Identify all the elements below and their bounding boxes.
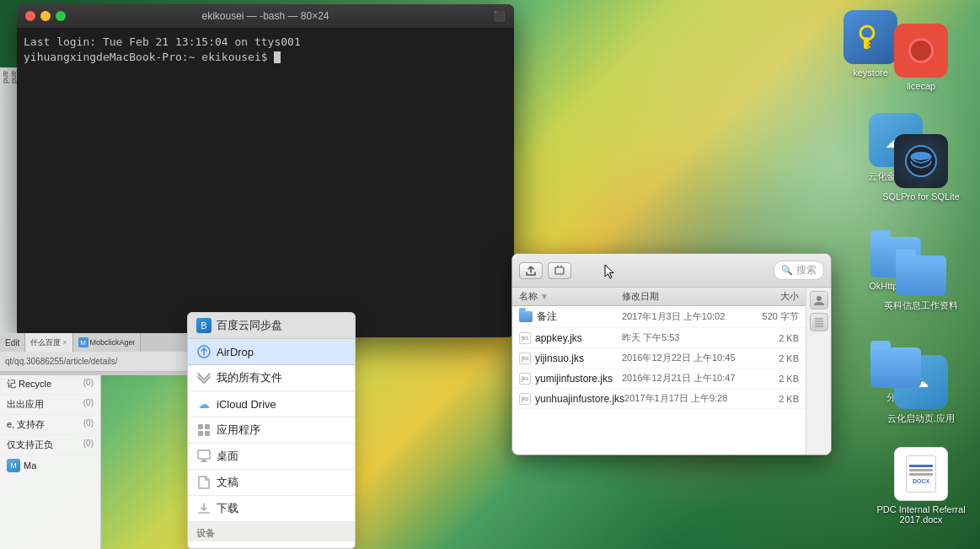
downloads-label: 下载	[217, 501, 238, 516]
file-size-0: 520 字节	[752, 310, 799, 323]
search-placeholder: 搜索	[796, 263, 817, 277]
svg-rect-7	[198, 424, 203, 429]
sidebar-downloads-item[interactable]: 下载	[188, 496, 355, 522]
licecap-label: licecap	[907, 81, 935, 91]
sidebar-desktop-item[interactable]: 桌面	[188, 444, 355, 470]
file-date-1: 昨天 下午5:53	[622, 331, 752, 344]
svg-point-5	[911, 152, 931, 160]
icloud-icon: ☁	[196, 396, 212, 412]
sqlpro-label: SQLPro for SQLite	[882, 191, 960, 202]
svg-rect-10	[205, 431, 210, 436]
finder-file-list[interactable]: 名称 ▼ 修改日期 大小 备注 2017年1月3日 上午10:02 520 字节	[512, 288, 806, 455]
svg-point-15	[817, 296, 822, 301]
terminal-title: ekikousei — -bash — 80×24	[201, 10, 329, 22]
col-header-name[interactable]: 名称 ▼	[519, 290, 622, 303]
file-size-1: 2 KB	[752, 333, 799, 343]
file-row-0[interactable]: 备注 2017年1月3日 上午10:02 520 字节	[512, 306, 806, 328]
list-item-support[interactable]: e, 支持存 (0)	[0, 415, 100, 435]
list-item-export-app[interactable]: 出出应用 (0)	[0, 395, 100, 415]
search-icon: 🔍	[781, 265, 793, 276]
svg-rect-9	[198, 431, 203, 436]
licecap-icon	[894, 24, 948, 78]
file-row-2[interactable]: jks yijinsuo.jks 2016年12月22日 上午10:45 2 K…	[512, 348, 806, 369]
folder-icon-0	[519, 311, 533, 322]
yunhua-app-label: 云化启动页.应用	[887, 412, 955, 425]
file-name-3: jks yumijinfustore.jks	[519, 373, 622, 385]
icloud-label: iCloud Drive	[217, 398, 276, 411]
sidebar-optical-item[interactable]: 💿 远程光盘	[188, 541, 355, 549]
file-size-4: 2 KB	[753, 394, 799, 404]
devices-section-header: 设备	[188, 522, 355, 541]
desktop-label: 桌面	[217, 449, 238, 464]
contact-button[interactable]	[810, 291, 828, 309]
airdrop-icon	[196, 344, 212, 359]
terminal-cursor	[274, 51, 281, 63]
terminal-line-2: yihuangxingdeMacBook-Pro:~ ekikousei$	[24, 50, 507, 65]
left-list-panel: 记 Recycle (0) 出出应用 (0) e, 支持存 (0) 仅支持正负 …	[0, 374, 101, 549]
sidebar-icloud-item[interactable]: ☁ iCloud Drive	[188, 391, 355, 417]
svg-rect-3	[867, 46, 870, 48]
traffic-lights	[25, 11, 66, 21]
list-view-button[interactable]	[810, 313, 828, 331]
baidu-label: 百度云同步盘	[217, 318, 282, 333]
sidebar-apps-item[interactable]: 应用程序	[188, 417, 355, 444]
file-row-3[interactable]: jks yumijinfustore.jks 2016年12月21日 上午10:…	[512, 369, 806, 389]
yingke-folder-icon	[894, 242, 948, 296]
finder-share-button[interactable]	[519, 262, 543, 279]
browser-tab-mobclick[interactable]: M MobclickAgent——友	[73, 333, 141, 352]
share-folder-icon	[869, 334, 923, 388]
keystore-icon	[843, 10, 897, 64]
browser-tab-baidu[interactable]: 什么百度 ×	[25, 333, 72, 352]
sidebar-baidu-item[interactable]: B 百度云同步盘	[188, 313, 355, 339]
col-header-date[interactable]: 修改日期	[622, 290, 752, 303]
file-row-4[interactable]: jks yunhuajinfustore.jks 2017年1月17日 上午9:…	[512, 389, 806, 409]
list-item-negative[interactable]: 仅支持正负 (0)	[0, 435, 100, 455]
desktop-icon-sidebar	[196, 449, 212, 464]
browser-url-bar[interactable]: qt/qq.30686255/article/details/	[0, 352, 194, 372]
apps-label: 应用程序	[217, 423, 260, 438]
sidebar-airdrop-item[interactable]: AirDrop	[188, 339, 355, 365]
sidebar-myfiles-item[interactable]: 我的所有文件	[188, 365, 355, 391]
list-item-recycle[interactable]: 记 Recycle (0)	[0, 374, 100, 395]
file-date-2: 2016年12月22日 上午10:45	[622, 352, 752, 364]
svg-rect-12	[202, 460, 206, 461]
jks-icon-3: jks	[519, 373, 531, 385]
file-size-2: 2 KB	[752, 353, 799, 363]
terminal-body[interactable]: Last login: Tue Feb 21 13:15:04 on ttys0…	[17, 28, 514, 337]
finder-sidebar-panel: B 百度云同步盘 AirDrop 我的所有文件 ☁ iCloud Drive	[187, 312, 356, 549]
file-date-3: 2016年12月21日 上午10:47	[622, 372, 752, 385]
apps-icon	[196, 423, 212, 438]
browser-tab-edit1[interactable]: Edit	[0, 333, 25, 352]
keystore-label: keystore	[853, 67, 888, 78]
finder-main-window: 🔍 搜索 名称 ▼ 修改日期 大小 备注	[511, 253, 832, 455]
close-button[interactable]	[25, 11, 35, 21]
terminal-prompt: yihuangxingdeMacBook-Pro:~ ekikousei$	[24, 51, 268, 63]
col-header-size[interactable]: 大小	[752, 290, 799, 303]
finder-right-controls	[806, 288, 831, 455]
terminal-controls: ⬛	[493, 10, 506, 22]
jks-icon-1: jks	[519, 332, 531, 344]
finder-col-headers: 名称 ▼ 修改日期 大小	[512, 288, 806, 306]
left-edge-panel: Edit Edit android: 文本 and and and and an…	[0, 67, 19, 346]
list-item-ma[interactable]: M Ma	[0, 455, 100, 476]
file-row-1[interactable]: jks appkey.jks 昨天 下午5:53 2 KB	[512, 328, 806, 348]
tab-close-icon[interactable]: ×	[62, 338, 67, 347]
pdc-docx-label: PDC Internal Referral 2017.docx	[874, 504, 968, 525]
svg-rect-13	[201, 461, 207, 462]
browser-tabs-row: Edit 什么百度 × M MobclickAgent——友	[0, 333, 194, 352]
file-name-1: jks appkey.jks	[519, 332, 622, 344]
airdrop-label: AirDrop	[217, 346, 254, 358]
svg-rect-11	[198, 450, 210, 459]
desktop-icon-pdc[interactable]: DOCX PDC Internal Referral 2017.docx	[870, 440, 972, 531]
terminal-line-1: Last login: Tue Feb 21 13:15:04 on ttys0…	[24, 35, 507, 50]
baidu-icon: B	[196, 318, 212, 333]
ma-icon: M	[7, 459, 20, 472]
finder-tag-button[interactable]	[548, 262, 571, 279]
sidebar-docs-item[interactable]: 文稿	[188, 470, 355, 496]
terminal-titlebar: ekikousei — -bash — 80×24 ⬛	[17, 4, 514, 28]
maximize-button[interactable]	[56, 11, 66, 21]
finder-search-box[interactable]: 🔍 搜索	[774, 261, 824, 280]
minimize-button[interactable]	[40, 11, 51, 21]
docs-icon	[196, 475, 212, 490]
svg-rect-8	[205, 424, 210, 429]
